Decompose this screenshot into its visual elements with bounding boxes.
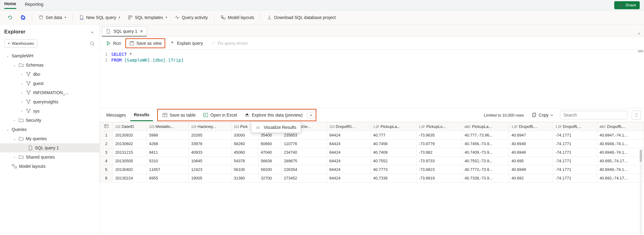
- table-cell[interactable]: 289675: [281, 157, 327, 165]
- table-row[interactable]: 4201305055310106455437856639289675644244…: [100, 157, 644, 165]
- table-cell[interactable]: 8411: [147, 148, 189, 157]
- tab-results[interactable]: Results: [130, 109, 153, 121]
- tree-node-security[interactable]: ›Security: [0, 116, 99, 125]
- table-cell[interactable]: 2: [100, 140, 113, 148]
- table-cell[interactable]: 40.6949: [509, 165, 553, 174]
- tree-node-queryinsights[interactable]: ›queryinsights: [0, 97, 99, 106]
- explain-query-button[interactable]: Explain query: [166, 39, 206, 48]
- table-cell[interactable]: 40.695,-74.17...: [597, 157, 644, 165]
- table-cell[interactable]: 40.695: [509, 157, 553, 165]
- table-cell[interactable]: 10645: [189, 157, 231, 165]
- table-cell[interactable]: 40.6948,-74.1...: [597, 148, 644, 157]
- tree-node-information-schema[interactable]: ›INFORMATION_...: [0, 88, 99, 97]
- table-cell[interactable]: 19005: [189, 174, 231, 183]
- table-cell[interactable]: 33978: [189, 140, 231, 148]
- collapse-panel-icon[interactable]: «: [90, 29, 95, 35]
- column-header[interactable]: ABCDropoffL...: [597, 122, 644, 131]
- table-cell[interactable]: 3: [100, 148, 113, 157]
- table-cell[interactable]: -73.9779: [416, 140, 462, 148]
- table-cell[interactable]: 40.7336,-73.9...: [462, 174, 509, 183]
- column-header[interactable]: 1.2FPickupLa...: [371, 122, 416, 131]
- table-row[interactable]: 2201306024268339785826060660110776644244…: [100, 140, 644, 148]
- tree-node-sys[interactable]: ›sys: [0, 106, 99, 116]
- table-cell[interactable]: 40.7456,-73.9...: [462, 140, 509, 148]
- table-row[interactable]: 3201312158411409334506047040234740644244…: [100, 148, 644, 157]
- table-cell[interactable]: 64424: [327, 140, 371, 148]
- column-header[interactable]: ABCPickupLa...: [462, 122, 509, 131]
- table-cell[interactable]: 40.7409,-73.9...: [462, 148, 509, 157]
- table-cell[interactable]: 40.6949,-74.1...: [597, 165, 644, 174]
- table-cell[interactable]: 40.7773,-73.9...: [462, 165, 509, 174]
- table-cell[interactable]: 56639: [258, 157, 281, 165]
- run-button[interactable]: Run: [103, 39, 124, 48]
- table-cell[interactable]: 40.6948,-74.1...: [597, 140, 644, 148]
- table-cell[interactable]: -74.1771: [553, 174, 597, 183]
- tree-node-model-layouts[interactable]: ›Model layouts: [0, 162, 99, 171]
- refresh-button[interactable]: [4, 13, 16, 22]
- tab-messages[interactable]: Messages: [103, 110, 130, 121]
- get-data-button[interactable]: Get data▾: [35, 13, 69, 22]
- table-cell[interactable]: 226354: [281, 165, 327, 174]
- table-cell[interactable]: 20131215: [113, 148, 147, 157]
- settings-button[interactable]: [17, 13, 29, 22]
- search-icon[interactable]: [90, 41, 95, 46]
- tree-node-schemas[interactable]: ⌄Schemas: [0, 60, 99, 70]
- tree-node-shared-queries[interactable]: ›Shared queries: [0, 152, 99, 162]
- table-cell[interactable]: 45060: [231, 148, 258, 157]
- model-layouts-button[interactable]: Model layouts: [217, 13, 257, 22]
- copy-icon[interactable]: [636, 31, 642, 37]
- table-cell[interactable]: 12423: [189, 165, 231, 174]
- table-cell[interactable]: 47040: [258, 148, 281, 157]
- editor-code[interactable]: SELECT * FROM [SampleWH].[dbo].[Trip]: [110, 50, 184, 108]
- sql-editor[interactable]: 12 SELECT * FROM [SampleWH].[dbo].[Trip]: [100, 50, 644, 108]
- table-cell[interactable]: 31380: [231, 174, 258, 183]
- table-cell[interactable]: 273452: [281, 174, 327, 183]
- table-cell[interactable]: -74.1771: [553, 165, 597, 174]
- table-cell[interactable]: 40.692: [509, 174, 553, 183]
- tab-reporting[interactable]: Reporting: [25, 2, 44, 9]
- table-cell[interactable]: -74.1771: [553, 148, 597, 157]
- table-cell[interactable]: 40.7456: [371, 140, 416, 148]
- query-activity-button[interactable]: Query activity: [171, 13, 211, 22]
- add-warehouses-button[interactable]: +Warehouses: [4, 39, 37, 48]
- table-cell[interactable]: 40.7336: [371, 174, 416, 183]
- column-header[interactable]: 123Medallio...: [147, 122, 189, 131]
- table-cell[interactable]: 40.777,-73.96...: [462, 131, 509, 140]
- table-cell[interactable]: 64424: [327, 157, 371, 165]
- column-header[interactable]: 123DropoffG...: [327, 122, 371, 131]
- save-as-view-button[interactable]: Save as view: [125, 38, 165, 48]
- table-cell[interactable]: 64424: [327, 131, 371, 140]
- table-cell[interactable]: 20130602: [113, 140, 147, 148]
- explore-data-button[interactable]: Explore this data (preview): [241, 111, 306, 119]
- table-cell[interactable]: 4268: [147, 140, 189, 148]
- table-cell[interactable]: -73.9733: [416, 157, 462, 165]
- open-in-excel-button[interactable]: Open in Excel: [200, 111, 240, 119]
- row-header-corner[interactable]: [100, 122, 113, 131]
- table-cell[interactable]: -73.982: [416, 148, 462, 157]
- visualize-results-menu-item[interactable]: Visualize Results: [251, 122, 301, 133]
- tree-node-my-queries[interactable]: ⌄My queries: [0, 134, 99, 143]
- table-cell[interactable]: 6955: [147, 174, 189, 183]
- table-cell[interactable]: 40.6948: [509, 148, 553, 157]
- tree-node-sql-query-1[interactable]: SQL query 1: [0, 143, 99, 152]
- table-cell[interactable]: 20130505: [113, 157, 147, 165]
- table-cell[interactable]: 234740: [281, 148, 327, 157]
- share-button[interactable]: Share: [614, 1, 640, 9]
- table-cell[interactable]: 40.6948: [509, 140, 553, 148]
- table-cell[interactable]: 40933: [189, 148, 231, 157]
- table-cell[interactable]: 56100: [231, 165, 258, 174]
- results-grid[interactable]: 123DateID123Medallio...123Hackney...123P…: [100, 122, 644, 183]
- table-cell[interactable]: 40.692,-74.17...: [597, 174, 644, 183]
- table-cell[interactable]: 20130224: [113, 174, 147, 183]
- table-cell[interactable]: 40.7552: [371, 157, 416, 165]
- table-cell[interactable]: -73.9635: [416, 131, 462, 140]
- table-cell[interactable]: 64424: [327, 148, 371, 157]
- table-row[interactable]: 5201304021165712423561005820022635464424…: [100, 165, 644, 174]
- tree-node-dbo[interactable]: ›dbo: [0, 70, 99, 79]
- tree-node-samplewh[interactable]: ⌄SampleWH: [0, 51, 99, 60]
- table-cell[interactable]: 64424: [327, 165, 371, 174]
- table-cell[interactable]: 40.7773: [371, 165, 416, 174]
- table-cell[interactable]: 20265: [189, 131, 231, 140]
- table-cell[interactable]: 5310: [147, 157, 189, 165]
- table-cell[interactable]: 32700: [258, 174, 281, 183]
